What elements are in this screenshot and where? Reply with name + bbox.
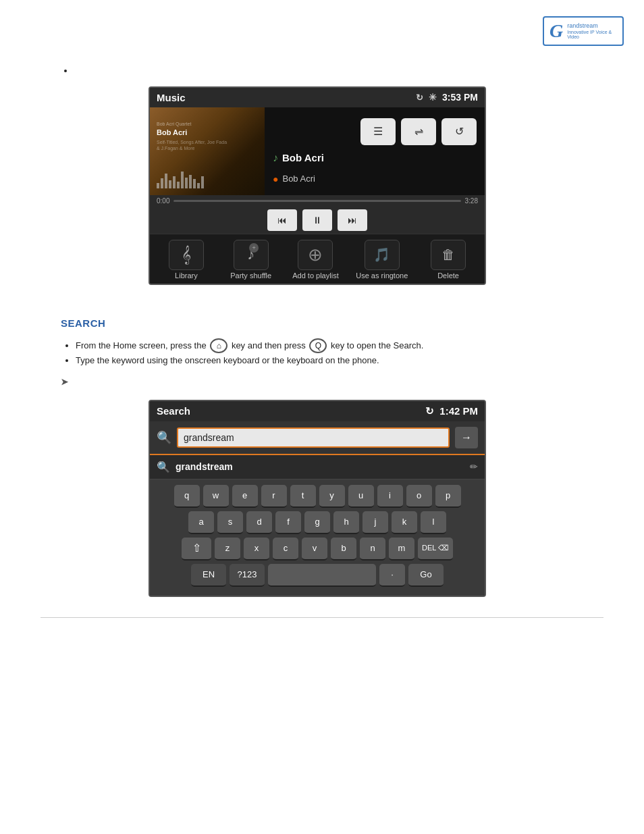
key-space[interactable]	[268, 564, 376, 587]
music-titlebar-right: ↻ ✳ 3:53 PM	[416, 92, 478, 103]
key-y[interactable]: y	[319, 485, 345, 508]
search-refresh-icon: ↻	[425, 405, 434, 417]
menu-item-add-playlist[interactable]: ⊕ Add to playlist	[291, 240, 340, 280]
key-num[interactable]: ?123	[230, 564, 265, 587]
add-playlist-icon-box: ⊕	[298, 240, 333, 270]
search-desc-1: From the Home screen, press the	[76, 340, 207, 350]
key-go[interactable]: Go	[408, 564, 444, 587]
key-j[interactable]: j	[363, 511, 388, 534]
add-playlist-icon: ⊕	[308, 244, 323, 265]
arrow-prefix: ➤	[61, 375, 68, 390]
ringtone-icon: 🎵	[373, 246, 390, 263]
key-v[interactable]: v	[302, 538, 327, 561]
menu-item-library[interactable]: 𝄞 Library	[162, 240, 211, 280]
key-w[interactable]: w	[203, 485, 229, 508]
bar-6	[177, 182, 180, 188]
search-input[interactable]	[177, 427, 450, 448]
key-h[interactable]: h	[333, 511, 359, 534]
shuffle-button[interactable]: ⇌	[401, 118, 436, 145]
suggestion-search-icon: 🔍	[157, 461, 170, 473]
music-player-screen: Music ↻ ✳ 3:53 PM Bob Acri Quartet Bob A…	[149, 86, 486, 285]
delete-icon: 🗑	[441, 247, 455, 263]
album-art: Bob Acri Quartet Bob Acri Self-Titled, S…	[150, 107, 265, 195]
key-shift[interactable]: ⇧	[182, 538, 211, 561]
logo-box: G randstream Innovative IP Voice & Video	[543, 16, 624, 46]
key-q[interactable]: q	[174, 485, 200, 508]
bullet-section	[61, 64, 644, 78]
logo-letter: G	[549, 20, 563, 42]
key-a[interactable]: a	[188, 511, 214, 534]
key-r[interactable]: r	[261, 485, 287, 508]
bar-5	[173, 176, 176, 188]
search-desc-3: key to open the Search.	[331, 340, 423, 350]
bar-10	[193, 179, 196, 188]
keyboard-row-1: q w e r t y u i o p	[154, 485, 481, 508]
search-go-arrow-button[interactable]: →	[455, 427, 478, 448]
key-k[interactable]: k	[392, 511, 417, 534]
key-m[interactable]: m	[389, 538, 414, 561]
prev-button[interactable]: ⏮	[267, 209, 297, 231]
bar-9	[189, 175, 192, 188]
party-shuffle-badge: +	[249, 243, 259, 253]
menu-item-delete[interactable]: 🗑 Delete	[424, 240, 473, 280]
menu-item-party-shuffle[interactable]: ♪ + Party shuffle	[227, 240, 275, 280]
repeat-button[interactable]: ↺	[441, 118, 477, 145]
album-name: Bob Acri	[282, 174, 315, 184]
key-x[interactable]: x	[244, 538, 269, 561]
key-l[interactable]: l	[421, 511, 446, 534]
key-c[interactable]: c	[273, 538, 298, 561]
search-time: 1:42 PM	[439, 405, 478, 417]
progress-section: 0:00 3:28	[150, 195, 485, 207]
progress-time-right: 3:28	[465, 197, 478, 205]
keyboard-row-3: ⇧ z x c v b n m DEL ⌫	[154, 538, 481, 561]
player-top-buttons: ☰ ⇌ ↺	[273, 118, 477, 145]
bluetooth-icon: ✳	[429, 92, 437, 103]
key-f[interactable]: f	[275, 511, 301, 534]
music-time: 3:53 PM	[442, 92, 478, 103]
artist-icon: ♪	[273, 152, 278, 164]
party-shuffle-icon: ♪ +	[247, 246, 254, 263]
key-dot[interactable]: ·	[379, 564, 405, 587]
logo-name: randstream	[567, 22, 617, 30]
key-i[interactable]: i	[377, 485, 403, 508]
delete-icon-box: 🗑	[431, 240, 466, 270]
next-button[interactable]: ⏭	[338, 209, 367, 231]
bar-3	[165, 174, 167, 188]
key-del[interactable]: DEL ⌫	[418, 538, 453, 561]
search-screen-title: Search	[157, 405, 190, 417]
key-n[interactable]: n	[360, 538, 385, 561]
bottom-menu: 𝄞 Library ♪ + Party shuffle ⊕ Add to pla…	[150, 234, 485, 284]
logo-tagline: Innovative IP Voice & Video	[567, 30, 617, 39]
pause-button[interactable]: ⏸	[302, 209, 332, 231]
search-icon-inline: Q	[309, 338, 327, 353]
key-p[interactable]: p	[435, 485, 461, 508]
key-g[interactable]: g	[304, 511, 330, 534]
transport-row: ⏮ ⏸ ⏭	[150, 207, 485, 234]
add-playlist-label: Add to playlist	[292, 271, 338, 280]
queue-button[interactable]: ☰	[360, 118, 396, 145]
key-b[interactable]: b	[331, 538, 356, 561]
home-icon-inline: ⌂	[210, 338, 227, 353]
menu-item-ringtone[interactable]: 🎵 Use as ringtone	[356, 240, 408, 280]
key-u[interactable]: u	[348, 485, 374, 508]
key-e[interactable]: e	[232, 485, 258, 508]
suggestion-edit-icon[interactable]: ✏	[470, 461, 478, 472]
player-main: Bob Acri Quartet Bob Acri Self-Titled, S…	[150, 107, 485, 195]
ringtone-icon-box: 🎵	[365, 240, 400, 270]
progress-bar[interactable]	[173, 200, 460, 202]
library-icon-box: 𝄞	[169, 240, 204, 270]
key-d[interactable]: d	[246, 511, 272, 534]
bottom-separator	[41, 617, 603, 618]
key-z[interactable]: z	[215, 538, 240, 561]
key-s[interactable]: s	[217, 511, 243, 534]
progress-time-left: 0:00	[157, 197, 169, 205]
keyboard-row-2: a s d f g h j k l	[154, 511, 481, 534]
player-artist-row: ♪ Bob Acri	[273, 152, 477, 164]
key-lang[interactable]: EN	[191, 564, 226, 587]
search-suggestion-row[interactable]: 🔍 grandstream ✏	[150, 455, 485, 479]
bar-11	[197, 183, 200, 188]
key-o[interactable]: o	[406, 485, 432, 508]
search-desc-2: key and then press	[232, 340, 306, 350]
library-icon: 𝄞	[182, 245, 191, 264]
key-t[interactable]: t	[290, 485, 316, 508]
